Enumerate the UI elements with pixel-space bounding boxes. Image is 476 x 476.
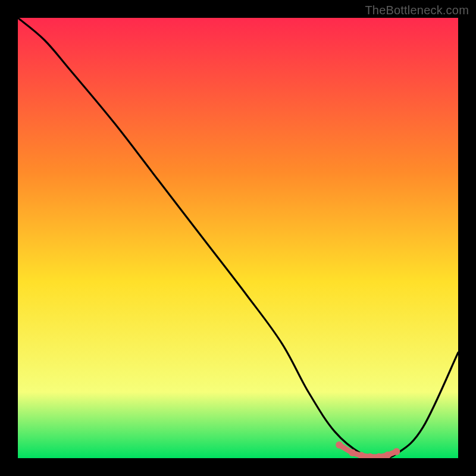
chart-svg [18, 18, 458, 458]
optimal-marker-dot [349, 449, 356, 456]
chart-frame: TheBottleneck.com [0, 0, 476, 476]
watermark-text: TheBottleneck.com [365, 4, 469, 17]
gradient-background [18, 18, 458, 458]
optimal-marker-dot [393, 448, 400, 455]
optimal-marker-dot [336, 441, 343, 449]
chart-plot-area [18, 18, 458, 458]
